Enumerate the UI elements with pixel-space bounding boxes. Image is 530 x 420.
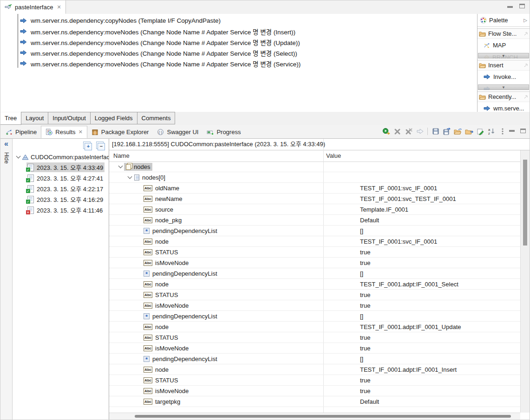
table-row[interactable]: node_pkg Default	[109, 215, 520, 226]
pin-icon[interactable]	[524, 95, 528, 99]
annotate-button[interactable]	[475, 127, 485, 136]
table-row[interactable]: STATUS true	[109, 332, 520, 343]
flow-step[interactable]: wm.server.ns.dependency:moveNodes (Chang…	[20, 47, 301, 58]
restore-pipeline-button[interactable]	[453, 127, 463, 136]
run-entry[interactable]: 2023. 3. 15. 오후 4:11:46	[13, 205, 109, 215]
view-tab[interactable]: Progress ✕	[203, 126, 245, 138]
toolbar-separator	[427, 128, 428, 135]
sort-button[interactable]: a z	[486, 127, 496, 136]
vertical-scrollbar-thumb[interactable]	[523, 160, 527, 246]
drawer-insert[interactable]: Insert	[478, 60, 530, 71]
table-row[interactable]: targetpkg Default	[109, 396, 520, 407]
palette-item-map[interactable]: MAP	[478, 39, 530, 51]
collapse-left-icon[interactable]: «	[0, 140, 12, 148]
drawer-recently-used[interactable]: Recently...	[478, 91, 530, 102]
flow-step[interactable]: wm.server.ns.dependency:moveNodes (Chang…	[20, 26, 301, 37]
field-type-icon	[144, 388, 152, 394]
table-row[interactable]: pendingDependencyList []	[109, 226, 520, 236]
table-row[interactable]: nodes	[109, 162, 520, 172]
editor-view-tab[interactable]: Layout	[21, 112, 48, 124]
scroll-down-button[interactable]: ▼	[478, 53, 529, 58]
field-type-icon	[144, 377, 152, 383]
palette-item-recent[interactable]: wm.serve...	[478, 102, 530, 112]
expand-chevron-icon[interactable]	[117, 166, 124, 168]
horizontal-scrollbar[interactable]	[109, 413, 520, 420]
column-header-value[interactable]: Value	[326, 152, 341, 159]
table-row[interactable]: oldName TEST_IF_0001:svc_IF_0001	[109, 183, 520, 194]
table-row[interactable]: STATUS true	[109, 290, 520, 300]
view-tab[interactable]: Package Explorer ✕	[87, 126, 153, 138]
save-pipeline-button[interactable]	[442, 127, 451, 136]
editor-view-tab[interactable]: Logged Fields	[90, 112, 137, 124]
editor-view-tab-label: Tree	[5, 115, 17, 122]
field-type-icon	[144, 260, 152, 266]
table-row[interactable]: node TEST_IF_0001.adpt:IF_0001_Insert	[109, 364, 520, 375]
table-row[interactable]: isMoveNode true	[109, 300, 520, 311]
editor-view-tab[interactable]: Input/Output	[48, 112, 91, 124]
editor-tab-pasteinterface[interactable]: pasteInterface ✕	[0, 0, 66, 14]
flow-canvas[interactable]: wm.server.ns.dependency:copyNodes (Templ…	[0, 14, 477, 112]
maximize-view-icon[interactable]	[520, 129, 526, 133]
palette-partial-item: ▼	[478, 83, 530, 90]
scroll-down-button[interactable]: ▼	[478, 84, 529, 90]
terminate-all-button[interactable]	[404, 127, 413, 136]
editor-view-tab[interactable]: Tree	[0, 112, 21, 125]
flow-step-label: wm.server.ns.dependency:moveNodes (Chang…	[31, 48, 297, 58]
run-entry[interactable]: 2023. 3. 15. 오후 4:22:17	[13, 183, 109, 194]
view-menu-button[interactable]	[497, 127, 507, 136]
column-header-name[interactable]: Name	[113, 152, 130, 159]
table-row[interactable]: STATUS true	[109, 375, 520, 386]
table-row[interactable]: isMoveNode true	[109, 343, 520, 354]
close-icon[interactable]: ✕	[79, 129, 83, 135]
view-tab[interactable]: Results ✕	[41, 126, 87, 138]
view-tab[interactable]: Pipeline ✕	[1, 126, 41, 138]
vertical-scrollbar[interactable]	[520, 150, 530, 413]
pin-icon[interactable]	[524, 63, 528, 67]
export-results-button[interactable]	[464, 127, 474, 136]
run-entry[interactable]: 2023. 3. 15. 오후 4:16:29	[13, 194, 109, 205]
palette-item-invoke[interactable]: Invoke...	[478, 71, 530, 83]
runs-root-node[interactable]: CUDOCommon:pasteInterface	[13, 152, 109, 162]
expand-all-button[interactable]: +	[85, 143, 92, 150]
table-row[interactable]: pendingDependencyList []	[109, 268, 520, 279]
flow-step[interactable]: wm.server.ns.dependency:moveNodes (Chang…	[20, 37, 301, 47]
minimize-view-icon[interactable]	[509, 130, 515, 132]
designer-window: pasteInterface ✕ wm.server.ns.dependency…	[0, 0, 530, 420]
table-row[interactable]: newName TEST_IF_0001:svc_TEST_IF_0001	[109, 194, 520, 204]
flow-step[interactable]: wm.server.ns.dependency:moveNodes (Chang…	[20, 58, 301, 69]
expand-chevron-icon[interactable]	[126, 176, 133, 178]
step-through-button[interactable]	[415, 127, 425, 136]
field-name: node_pkg	[155, 217, 182, 224]
table-row[interactable]: isMoveNode true	[109, 258, 520, 268]
table-row[interactable]: isMoveNode true	[109, 386, 520, 396]
drawer-flow-steps[interactable]: Flow Ste...	[478, 28, 530, 39]
palette-collapse-icon[interactable]: ▷	[523, 18, 527, 23]
table-row[interactable]: node TEST_IF_0001.adpt:IF_0001_Update	[109, 322, 520, 332]
table-row[interactable]: STATUS true	[109, 247, 520, 258]
table-row[interactable]: nodes[0]	[109, 172, 520, 183]
collapse-all-button[interactable]: −	[98, 143, 105, 150]
view-tab[interactable]: {·} Swagger UI ✕	[153, 126, 203, 138]
palette-header[interactable]: Palette ▷	[478, 14, 530, 27]
minimize-icon[interactable]	[507, 6, 513, 8]
table-row[interactable]: pendingDependencyList []	[109, 311, 520, 322]
maximize-icon[interactable]	[519, 4, 525, 8]
close-icon[interactable]: ✕	[57, 4, 61, 10]
horizontal-scrollbar-thumb[interactable]	[135, 415, 511, 418]
run-entry[interactable]: 2023. 3. 15. 오후 4:27:41	[13, 173, 109, 183]
expand-chevron-icon[interactable]	[14, 156, 22, 158]
save-results-button[interactable]	[431, 127, 440, 136]
rerun-results-button[interactable]	[381, 127, 391, 136]
flow-step-label: wm.server.ns.dependency:moveNodes (Chang…	[31, 27, 295, 36]
hide-strip[interactable]: « Hide	[0, 139, 13, 420]
run-entry[interactable]: 2023. 3. 15. 오후 4:33:49	[13, 162, 109, 173]
terminate-button[interactable]	[393, 127, 402, 136]
table-row[interactable]: pendingDependencyList []	[109, 354, 520, 364]
table-row[interactable]: node TEST_IF_0001.adpt:IF_0001_Select	[109, 279, 520, 290]
results-view: « Hide + − CUDOCommon:pasteInterface	[0, 139, 530, 420]
editor-view-tab[interactable]: Comments	[137, 112, 176, 124]
flow-step[interactable]: wm.server.ns.dependency:copyNodes (Templ…	[20, 15, 301, 26]
pin-icon[interactable]	[524, 32, 528, 36]
table-row[interactable]: source Template.IF_0001	[109, 204, 520, 215]
table-row[interactable]: node TEST_IF_0001:svc_IF_0001	[109, 236, 520, 247]
